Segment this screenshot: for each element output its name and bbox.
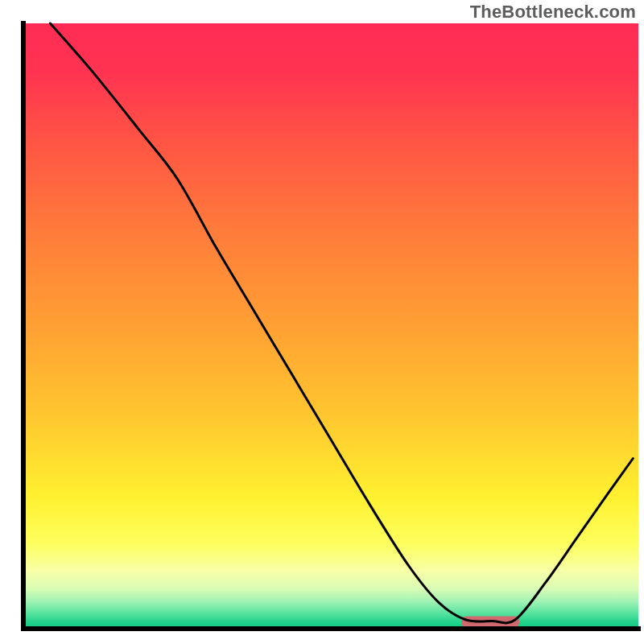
chart-container: TheBottleneck.com [0,0,644,644]
plot-background [23,23,638,629]
bottleneck-chart [0,0,644,644]
